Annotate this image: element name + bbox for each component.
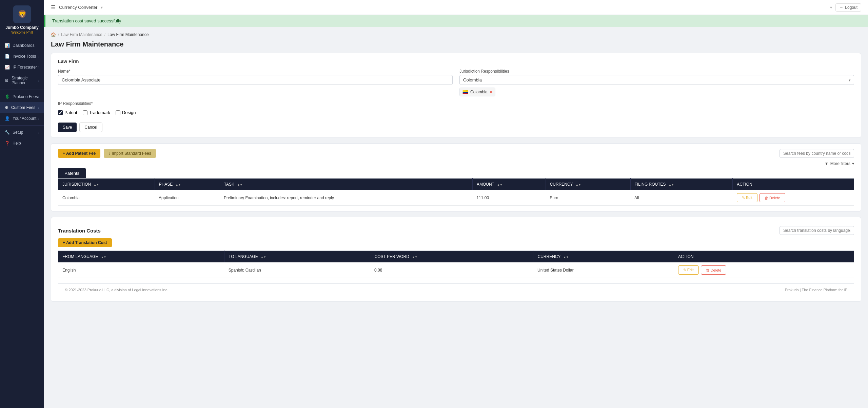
search-translation-input[interactable]: [780, 226, 854, 235]
form-row-name-jurisdiction: Name* Jurisdiction Responsibilities Colo…: [58, 69, 854, 96]
page-title: Law Firm Maintenance: [51, 40, 861, 48]
sidebar-item-label: Setup: [13, 130, 23, 135]
translation-toolbar: + Add Translation Cost: [58, 238, 854, 247]
topbar: ☰ Currency Converter ▾ ▾ → Logout: [44, 0, 868, 15]
trademark-checkbox[interactable]: [83, 110, 87, 115]
home-icon[interactable]: 🏠: [51, 32, 56, 37]
translation-table-header-row: FROM LANGUAGE ▲▼ TO LANGUAGE ▲▼ COST PER…: [58, 251, 854, 263]
topbar-right-chevron-icon: ▾: [830, 5, 832, 10]
checkbox-trademark[interactable]: Trademark: [83, 110, 110, 115]
tab-patents[interactable]: Patents: [58, 168, 86, 178]
checkbox-patent[interactable]: Patent: [58, 110, 77, 115]
sidebar-logo: 🦁 Jumbo Company Welcome Phill: [0, 0, 44, 37]
help-icon: ❓: [5, 141, 10, 146]
trademark-label: Trademark: [89, 110, 110, 115]
chevron-right-icon: ›: [38, 79, 39, 82]
add-translation-cost-button[interactable]: + Add Translation Cost: [58, 238, 112, 247]
breadcrumb-link-1[interactable]: Law Firm Maintenance: [61, 32, 102, 37]
tab-bar: Patents: [58, 168, 854, 178]
translation-action-buttons: ✎ Edit 🗑 Delete: [678, 265, 850, 275]
sidebar-item-invoice-tools[interactable]: 📄 Invoice Tools ›: [0, 51, 44, 62]
search-fees-input[interactable]: [780, 149, 854, 158]
success-banner: Translation cost saved successfully: [44, 15, 868, 27]
translation-table-body: English Spanish; Castilian 0.08 United S…: [58, 262, 854, 278]
checkbox-design[interactable]: Design: [116, 110, 136, 115]
sort-icon[interactable]: ▲▼: [412, 256, 417, 259]
design-checkbox[interactable]: [116, 110, 120, 115]
edit-translation-button[interactable]: ✎ Edit: [678, 265, 699, 275]
breadcrumb: 🏠 / Law Firm Maintenance / Law Firm Main…: [51, 32, 861, 37]
name-label: Name*: [58, 69, 453, 74]
th-amount: AMOUNT ▲▼: [472, 179, 546, 190]
hamburger-button[interactable]: ☰: [51, 4, 56, 11]
sidebar: 🦁 Jumbo Company Welcome Phill 📊 Dashboar…: [0, 0, 44, 408]
design-label: Design: [122, 110, 136, 115]
breadcrumb-sep: /: [58, 32, 59, 37]
sort-icon[interactable]: ▲▼: [101, 256, 106, 259]
sidebar-item-help[interactable]: ❓ Help: [0, 138, 44, 149]
sort-icon[interactable]: ▲▼: [237, 184, 242, 186]
sort-icon[interactable]: ▲▼: [94, 184, 99, 186]
welcome-text: Welcome Phill: [11, 31, 33, 34]
topbar-title: Currency Converter: [59, 5, 97, 10]
main-area: ☰ Currency Converter ▾ ▾ → Logout Transl…: [44, 0, 868, 408]
strategic-planner-icon: 🗓: [5, 78, 9, 83]
th-action-translation: ACTION: [674, 251, 854, 263]
patents-card: + Add Patent Fee ↓ Import Standard Fees …: [51, 143, 861, 211]
form-buttons: Save Cancel: [58, 123, 854, 132]
sort-icon[interactable]: ▲▼: [261, 256, 266, 259]
th-phase: PHASE ▲▼: [155, 179, 220, 190]
delete-translation-button[interactable]: 🗑 Delete: [701, 265, 727, 275]
th-jurisdiction: JURISDICTION ▲▼: [58, 179, 155, 190]
law-firm-card: Law Firm Name* Jurisdiction Responsibili…: [51, 53, 861, 138]
checkbox-group: Patent Trademark Design: [58, 107, 453, 118]
page-footer: © 2021-2023 Prokurio LLC, a division of …: [58, 283, 854, 296]
patent-checkbox[interactable]: [58, 110, 63, 115]
action-buttons: ✎ Edit 🗑 Delete: [737, 193, 850, 202]
chevron-right-icon: ›: [38, 131, 39, 134]
more-filters-label: More filters: [830, 161, 850, 166]
dashboards-icon: 📊: [5, 43, 10, 48]
patents-toolbar-right: [780, 149, 854, 158]
th-cost-per-word: COST PER WORD ▲▼: [370, 251, 533, 263]
sidebar-item-label: IP Forecaster: [13, 65, 37, 70]
sidebar-item-strategic-planner[interactable]: 🗓 Strategic Planner ›: [0, 73, 44, 88]
cancel-button[interactable]: Cancel: [79, 123, 102, 132]
jurisdiction-select-wrapper: Colombia ▾: [459, 75, 854, 85]
name-input[interactable]: [58, 75, 453, 85]
jurisdiction-select[interactable]: Colombia: [459, 75, 854, 85]
sort-icon[interactable]: ▲▼: [176, 184, 181, 186]
import-standard-fees-button[interactable]: ↓ Import Standard Fees: [104, 149, 156, 158]
translation-section-title: Translation Costs: [58, 228, 101, 234]
sort-icon[interactable]: ▲▼: [576, 184, 581, 186]
chevron-right-icon: ›: [38, 55, 39, 58]
form-group-name: Name*: [58, 69, 453, 96]
filter-icon: ▼: [825, 161, 829, 166]
td-currency-translation: United States Dollar: [533, 262, 674, 278]
save-button[interactable]: Save: [58, 123, 77, 132]
sidebar-item-ip-forecaster[interactable]: 📈 IP Forecaster ›: [0, 62, 44, 73]
patents-table-row: Colombia Application Preliminary Examina…: [58, 190, 854, 206]
sidebar-item-custom-fees[interactable]: ⚙ Custom Fees ›: [0, 102, 44, 113]
ip-responsibilities-label: IP Responsibilities*: [58, 101, 453, 106]
sidebar-item-prokurio-fees[interactable]: 💲 Prokurio Fees ›: [0, 91, 44, 102]
sort-icon[interactable]: ▲▼: [497, 184, 502, 186]
filters-row: ▼ More filters ▾: [58, 161, 854, 166]
colombia-flag-icon: 🇨🇴: [462, 89, 468, 95]
topbar-right: ▾ → Logout: [830, 3, 861, 12]
add-patent-fee-button[interactable]: + Add Patent Fee: [58, 149, 100, 158]
th-filing-routes: FILING ROUTES ▲▼: [630, 179, 733, 190]
remove-jurisdiction-button[interactable]: ×: [490, 90, 492, 94]
setup-icon: 🔧: [5, 130, 10, 135]
delete-patent-fee-button[interactable]: 🗑 Delete: [760, 193, 785, 202]
sidebar-item-setup[interactable]: 🔧 Setup ›: [0, 127, 44, 138]
more-filters-button[interactable]: ▼ More filters ▾: [825, 161, 854, 166]
sidebar-item-your-account[interactable]: 👤 Your Account ›: [0, 113, 44, 124]
sidebar-item-dashboards[interactable]: 📊 Dashboards: [0, 40, 44, 51]
form-row-ip: IP Responsibilities* Patent Trademark: [58, 101, 854, 118]
logout-button[interactable]: → Logout: [835, 3, 861, 12]
sort-icon[interactable]: ▲▼: [564, 256, 569, 259]
sort-icon[interactable]: ▲▼: [669, 184, 674, 186]
edit-patent-fee-button[interactable]: ✎ Edit: [737, 193, 757, 202]
invoice-tools-icon: 📄: [5, 54, 10, 59]
